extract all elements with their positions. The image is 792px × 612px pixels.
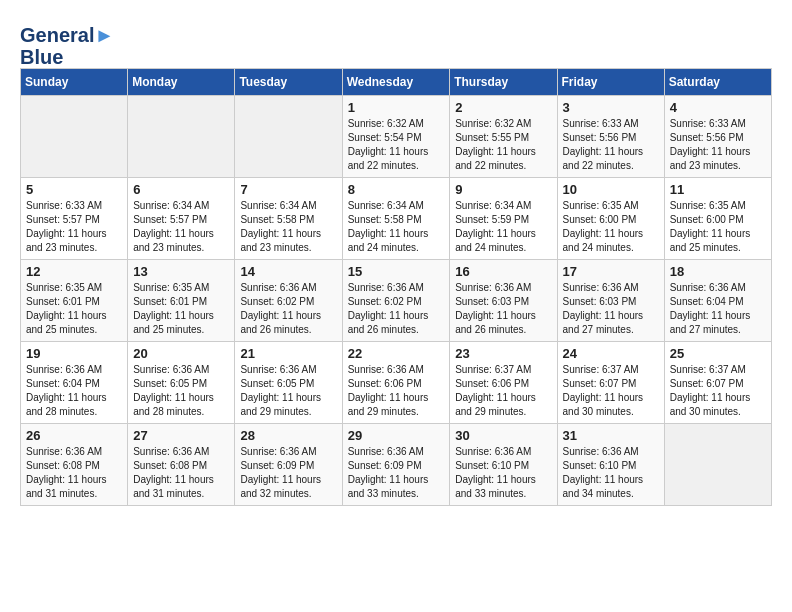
- day-number: 21: [240, 346, 336, 361]
- day-number: 23: [455, 346, 551, 361]
- day-of-week-header: Tuesday: [235, 69, 342, 96]
- day-info: Sunrise: 6:35 AM Sunset: 6:00 PM Dayligh…: [670, 199, 766, 255]
- calendar-cell: [664, 424, 771, 506]
- day-info: Sunrise: 6:36 AM Sunset: 6:10 PM Dayligh…: [563, 445, 659, 501]
- day-number: 14: [240, 264, 336, 279]
- day-number: 28: [240, 428, 336, 443]
- calendar-cell: 5Sunrise: 6:33 AM Sunset: 5:57 PM Daylig…: [21, 178, 128, 260]
- day-number: 31: [563, 428, 659, 443]
- calendar-cell: 26Sunrise: 6:36 AM Sunset: 6:08 PM Dayli…: [21, 424, 128, 506]
- day-info: Sunrise: 6:36 AM Sunset: 6:08 PM Dayligh…: [26, 445, 122, 501]
- calendar-cell: 3Sunrise: 6:33 AM Sunset: 5:56 PM Daylig…: [557, 96, 664, 178]
- day-info: Sunrise: 6:36 AM Sunset: 6:06 PM Dayligh…: [348, 363, 445, 419]
- day-info: Sunrise: 6:36 AM Sunset: 6:02 PM Dayligh…: [348, 281, 445, 337]
- calendar-cell: 27Sunrise: 6:36 AM Sunset: 6:08 PM Dayli…: [128, 424, 235, 506]
- day-info: Sunrise: 6:36 AM Sunset: 6:09 PM Dayligh…: [240, 445, 336, 501]
- day-number: 11: [670, 182, 766, 197]
- calendar-cell: 6Sunrise: 6:34 AM Sunset: 5:57 PM Daylig…: [128, 178, 235, 260]
- day-number: 4: [670, 100, 766, 115]
- calendar-cell: 15Sunrise: 6:36 AM Sunset: 6:02 PM Dayli…: [342, 260, 450, 342]
- day-info: Sunrise: 6:36 AM Sunset: 6:03 PM Dayligh…: [563, 281, 659, 337]
- day-info: Sunrise: 6:34 AM Sunset: 5:58 PM Dayligh…: [348, 199, 445, 255]
- logo: General►Blue: [20, 24, 114, 68]
- day-number: 26: [26, 428, 122, 443]
- day-info: Sunrise: 6:35 AM Sunset: 6:01 PM Dayligh…: [26, 281, 122, 337]
- day-number: 6: [133, 182, 229, 197]
- day-info: Sunrise: 6:32 AM Sunset: 5:54 PM Dayligh…: [348, 117, 445, 173]
- day-of-week-header: Saturday: [664, 69, 771, 96]
- day-number: 24: [563, 346, 659, 361]
- logo-text: General►Blue: [20, 24, 114, 68]
- calendar-cell: 30Sunrise: 6:36 AM Sunset: 6:10 PM Dayli…: [450, 424, 557, 506]
- day-number: 8: [348, 182, 445, 197]
- day-number: 18: [670, 264, 766, 279]
- calendar-cell: 4Sunrise: 6:33 AM Sunset: 5:56 PM Daylig…: [664, 96, 771, 178]
- day-info: Sunrise: 6:36 AM Sunset: 6:04 PM Dayligh…: [670, 281, 766, 337]
- calendar-cell: 10Sunrise: 6:35 AM Sunset: 6:00 PM Dayli…: [557, 178, 664, 260]
- day-info: Sunrise: 6:36 AM Sunset: 6:10 PM Dayligh…: [455, 445, 551, 501]
- calendar-cell: 1Sunrise: 6:32 AM Sunset: 5:54 PM Daylig…: [342, 96, 450, 178]
- calendar-cell: 18Sunrise: 6:36 AM Sunset: 6:04 PM Dayli…: [664, 260, 771, 342]
- calendar-cell: 23Sunrise: 6:37 AM Sunset: 6:06 PM Dayli…: [450, 342, 557, 424]
- day-number: 10: [563, 182, 659, 197]
- day-number: 20: [133, 346, 229, 361]
- calendar-cell: [128, 96, 235, 178]
- day-number: 5: [26, 182, 122, 197]
- day-number: 13: [133, 264, 229, 279]
- day-number: 12: [26, 264, 122, 279]
- day-info: Sunrise: 6:36 AM Sunset: 6:02 PM Dayligh…: [240, 281, 336, 337]
- calendar-cell: 2Sunrise: 6:32 AM Sunset: 5:55 PM Daylig…: [450, 96, 557, 178]
- day-info: Sunrise: 6:36 AM Sunset: 6:09 PM Dayligh…: [348, 445, 445, 501]
- day-of-week-header: Friday: [557, 69, 664, 96]
- calendar-table: SundayMondayTuesdayWednesdayThursdayFrid…: [20, 68, 772, 506]
- calendar-cell: 14Sunrise: 6:36 AM Sunset: 6:02 PM Dayli…: [235, 260, 342, 342]
- calendar-cell: 7Sunrise: 6:34 AM Sunset: 5:58 PM Daylig…: [235, 178, 342, 260]
- day-info: Sunrise: 6:36 AM Sunset: 6:03 PM Dayligh…: [455, 281, 551, 337]
- day-number: 17: [563, 264, 659, 279]
- day-of-week-header: Sunday: [21, 69, 128, 96]
- day-number: 2: [455, 100, 551, 115]
- calendar-cell: 21Sunrise: 6:36 AM Sunset: 6:05 PM Dayli…: [235, 342, 342, 424]
- day-info: Sunrise: 6:36 AM Sunset: 6:05 PM Dayligh…: [133, 363, 229, 419]
- calendar-cell: 12Sunrise: 6:35 AM Sunset: 6:01 PM Dayli…: [21, 260, 128, 342]
- day-number: 9: [455, 182, 551, 197]
- calendar-cell: 16Sunrise: 6:36 AM Sunset: 6:03 PM Dayli…: [450, 260, 557, 342]
- day-info: Sunrise: 6:36 AM Sunset: 6:04 PM Dayligh…: [26, 363, 122, 419]
- day-number: 29: [348, 428, 445, 443]
- day-info: Sunrise: 6:33 AM Sunset: 5:56 PM Dayligh…: [563, 117, 659, 173]
- day-info: Sunrise: 6:34 AM Sunset: 5:57 PM Dayligh…: [133, 199, 229, 255]
- day-info: Sunrise: 6:35 AM Sunset: 6:00 PM Dayligh…: [563, 199, 659, 255]
- day-info: Sunrise: 6:32 AM Sunset: 5:55 PM Dayligh…: [455, 117, 551, 173]
- calendar-cell: 8Sunrise: 6:34 AM Sunset: 5:58 PM Daylig…: [342, 178, 450, 260]
- calendar-cell: 29Sunrise: 6:36 AM Sunset: 6:09 PM Dayli…: [342, 424, 450, 506]
- calendar-cell: 31Sunrise: 6:36 AM Sunset: 6:10 PM Dayli…: [557, 424, 664, 506]
- day-of-week-header: Monday: [128, 69, 235, 96]
- day-info: Sunrise: 6:37 AM Sunset: 6:07 PM Dayligh…: [563, 363, 659, 419]
- calendar-cell: 17Sunrise: 6:36 AM Sunset: 6:03 PM Dayli…: [557, 260, 664, 342]
- day-number: 19: [26, 346, 122, 361]
- calendar-cell: 19Sunrise: 6:36 AM Sunset: 6:04 PM Dayli…: [21, 342, 128, 424]
- day-number: 30: [455, 428, 551, 443]
- day-info: Sunrise: 6:33 AM Sunset: 5:57 PM Dayligh…: [26, 199, 122, 255]
- calendar-cell: 9Sunrise: 6:34 AM Sunset: 5:59 PM Daylig…: [450, 178, 557, 260]
- calendar-cell: [235, 96, 342, 178]
- day-number: 25: [670, 346, 766, 361]
- calendar-cell: 20Sunrise: 6:36 AM Sunset: 6:05 PM Dayli…: [128, 342, 235, 424]
- day-number: 3: [563, 100, 659, 115]
- calendar-cell: [21, 96, 128, 178]
- day-number: 15: [348, 264, 445, 279]
- calendar-cell: 11Sunrise: 6:35 AM Sunset: 6:00 PM Dayli…: [664, 178, 771, 260]
- calendar-cell: 28Sunrise: 6:36 AM Sunset: 6:09 PM Dayli…: [235, 424, 342, 506]
- calendar-cell: 25Sunrise: 6:37 AM Sunset: 6:07 PM Dayli…: [664, 342, 771, 424]
- day-number: 7: [240, 182, 336, 197]
- day-number: 16: [455, 264, 551, 279]
- day-number: 27: [133, 428, 229, 443]
- day-of-week-header: Wednesday: [342, 69, 450, 96]
- day-info: Sunrise: 6:37 AM Sunset: 6:07 PM Dayligh…: [670, 363, 766, 419]
- calendar-cell: 22Sunrise: 6:36 AM Sunset: 6:06 PM Dayli…: [342, 342, 450, 424]
- day-info: Sunrise: 6:36 AM Sunset: 6:05 PM Dayligh…: [240, 363, 336, 419]
- day-info: Sunrise: 6:34 AM Sunset: 5:58 PM Dayligh…: [240, 199, 336, 255]
- day-info: Sunrise: 6:37 AM Sunset: 6:06 PM Dayligh…: [455, 363, 551, 419]
- day-info: Sunrise: 6:34 AM Sunset: 5:59 PM Dayligh…: [455, 199, 551, 255]
- day-of-week-header: Thursday: [450, 69, 557, 96]
